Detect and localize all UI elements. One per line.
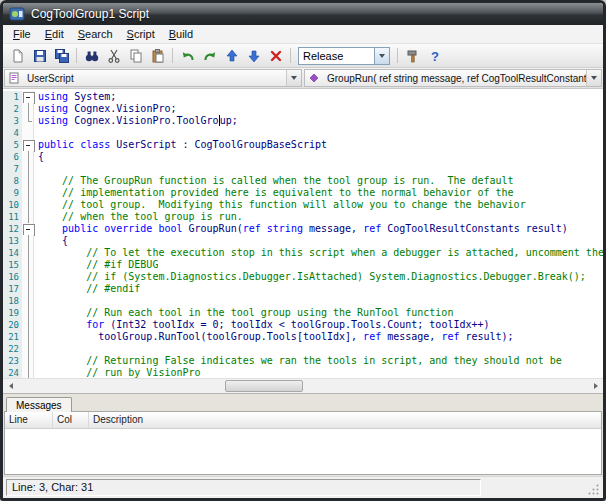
delete-button[interactable] [265, 46, 286, 66]
code-line[interactable]: 7 [3, 163, 603, 175]
code-line[interactable]: 11 // when the tool group is run. [3, 211, 603, 223]
fold-toggle-icon[interactable] [22, 223, 34, 235]
code-segment: CogToolResultConstants result) [381, 223, 568, 234]
code-line[interactable]: 20 for (Int32 toolIdx = 0; toolIdx < too… [3, 319, 603, 331]
menu-edit[interactable]: Edit [38, 26, 71, 42]
code-line[interactable]: 14 // To let the execution stop in this … [3, 247, 603, 259]
tab-messages[interactable]: Messages [6, 397, 72, 412]
code-text: public override bool GroupRun(ref string… [34, 223, 568, 235]
code-line[interactable]: 17 // #endif [3, 283, 603, 295]
menu-script[interactable]: Script [120, 26, 162, 42]
move-down-button[interactable] [243, 46, 264, 66]
column-header-description[interactable]: Description [89, 412, 601, 428]
chevron-down-icon [591, 76, 597, 80]
horizontal-scrollbar[interactable] [3, 378, 603, 393]
line-number: 2 [3, 103, 22, 115]
code-line[interactable]: 1using System; [3, 91, 603, 103]
code-line[interactable]: 4 [3, 127, 603, 139]
statusbar: Line: 3, Char: 31 [3, 476, 603, 498]
fold-margin [22, 175, 34, 187]
release-combo-dropdown-button[interactable] [374, 48, 389, 64]
hscrollbar-thumb[interactable] [225, 380, 303, 392]
code-line[interactable]: 6{ [3, 151, 603, 163]
fold-margin [22, 127, 34, 139]
build-icon [405, 48, 421, 64]
fold-margin [22, 151, 34, 163]
line-number: 6 [3, 151, 22, 163]
code-segment: public class [38, 139, 110, 150]
method-icon [308, 72, 320, 84]
object-combo[interactable]: UserScript [4, 69, 302, 87]
code-line[interactable]: 5public class UserScript : CogToolGroupB… [3, 139, 603, 151]
fold-margin [22, 247, 34, 259]
code-line[interactable]: 3using Cognex.VisionPro.ToolGroup; [3, 115, 603, 127]
code-line[interactable]: 10 // tool group. Modifying this functio… [3, 199, 603, 211]
menu-search[interactable]: Search [71, 26, 120, 42]
column-header-line[interactable]: Line [5, 412, 53, 428]
code-line[interactable]: 23 // Returning False indicates we ran t… [3, 355, 603, 367]
save-button[interactable] [29, 46, 50, 66]
line-number: 22 [3, 343, 22, 355]
code-segment: // tool group. Modifying this function w… [38, 199, 526, 210]
line-number: 16 [3, 271, 22, 283]
svg-text:?: ? [431, 48, 439, 63]
fold-toggle-icon[interactable] [22, 139, 34, 151]
code-line[interactable]: 8 // The GroupRun function is called whe… [3, 175, 603, 187]
resize-grip[interactable] [587, 483, 600, 496]
code-line[interactable]: 18 [3, 295, 603, 307]
toolbar-separator [76, 48, 77, 63]
line-number: 10 [3, 199, 22, 211]
messages-list[interactable] [5, 429, 601, 474]
paste-button[interactable] [147, 46, 168, 66]
line-number: 20 [3, 319, 22, 331]
code-line[interactable]: 22 [3, 343, 603, 355]
window-title: CogToolGroup1 Script [31, 7, 149, 21]
code-line[interactable]: 16 // if (System.Diagnostics.Debugger.Is… [3, 271, 603, 283]
code-line[interactable]: 21 toolGroup.RunTool(toolGroup.Tools[too… [3, 331, 603, 343]
code-line[interactable]: 12 public override bool GroupRun(ref str… [3, 223, 603, 235]
titlebar[interactable]: CogToolGroup1 Script [3, 3, 603, 25]
copy-button[interactable] [125, 46, 146, 66]
code-line[interactable]: 2using Cognex.VisionPro; [3, 103, 603, 115]
code-segment: Cognex.VisionPro; [68, 103, 176, 114]
scroll-right-button[interactable] [588, 379, 603, 393]
line-number: 17 [3, 283, 22, 295]
menu-build[interactable]: Build [162, 26, 200, 42]
code-editor[interactable]: 1using System;2using Cognex.VisionPro;3u… [3, 89, 603, 393]
code-line[interactable]: 9 // implementation provided here is equ… [3, 187, 603, 199]
undo-button[interactable] [177, 46, 198, 66]
help-button[interactable]: ? [424, 46, 445, 66]
code-text: // The GroupRun function is called when … [34, 175, 514, 187]
fold-margin [22, 103, 34, 115]
code-segment: { [38, 151, 44, 162]
new-script-button[interactable] [7, 46, 28, 66]
fold-toggle-icon[interactable] [22, 91, 34, 103]
cut-button[interactable] [103, 46, 124, 66]
code-line[interactable]: 24 // run by VisionPro [3, 367, 603, 378]
method-combo-dropdown-button[interactable] [586, 70, 601, 86]
fold-margin [22, 211, 34, 223]
line-number: 15 [3, 259, 22, 271]
caret-position: Line: 3, Char: 31 [6, 479, 481, 496]
menu-file[interactable]: File [6, 26, 38, 42]
code-line[interactable]: 13 { [3, 235, 603, 247]
fold-margin [22, 331, 34, 343]
save-all-button[interactable] [51, 46, 72, 66]
move-up-button[interactable] [221, 46, 242, 66]
code-line[interactable]: 19 // Run each tool in the tool group us… [3, 307, 603, 319]
code-line[interactable]: 15 // #if DEBUG [3, 259, 603, 271]
column-header-col[interactable]: Col [53, 412, 89, 428]
find-button[interactable] [81, 46, 102, 66]
build-button[interactable] [402, 46, 423, 66]
fold-margin [22, 271, 34, 283]
line-number: 7 [3, 163, 22, 175]
delete-icon [268, 48, 284, 64]
code-lines[interactable]: 1using System;2using Cognex.VisionPro;3u… [3, 89, 603, 378]
scroll-left-button[interactable] [3, 379, 18, 393]
object-combo-dropdown-button[interactable] [286, 70, 301, 86]
release-combo[interactable]: Release [298, 47, 390, 65]
line-number: 14 [3, 247, 22, 259]
cut-icon [106, 48, 122, 64]
method-combo[interactable]: GroupRun( ref string message, ref CogToo… [304, 69, 602, 87]
redo-button[interactable] [199, 46, 220, 66]
